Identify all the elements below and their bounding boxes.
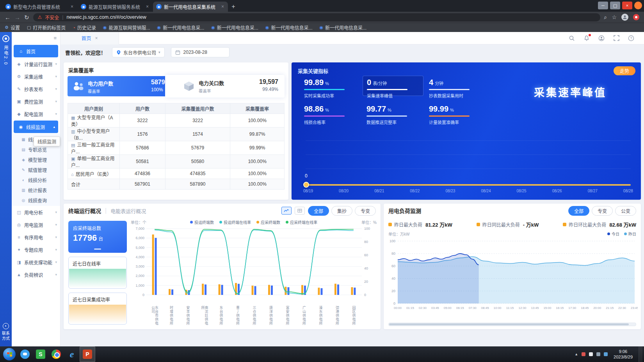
tray-expand-icon[interactable]: ▲ [575, 352, 578, 356]
sidebar-item-12[interactable]: ▲负荷辨识▾ [12, 268, 60, 281]
tray-icon-3[interactable] [596, 352, 600, 356]
sidebar-item-4[interactable]: ▣费控监测▾ [12, 95, 60, 108]
sidebar-item-10[interactable]: ✦专题应用▾ [12, 243, 60, 256]
sidebar-item-3[interactable]: ✎抄表发布▾ [12, 83, 60, 95]
tray-icon-1[interactable] [582, 352, 585, 356]
svg-text:4,000: 4,000 [135, 255, 144, 259]
timeline-track[interactable] [306, 184, 631, 186]
minimize-button[interactable]: ─ [598, 2, 608, 9]
load-filter-2[interactable]: 公变 [615, 206, 636, 216]
online-rate-card[interactable]: 近七日在线率 [68, 257, 127, 289]
start-button[interactable] [3, 348, 16, 360]
submenu-item-6[interactable]: ◎线损查询 [12, 195, 60, 205]
bell-icon[interactable] [583, 35, 590, 42]
org-select[interactable]: 东台市供电公司 ▾ [112, 47, 165, 57]
zoom-icon[interactable]: ⌕ [604, 14, 607, 21]
chart-scrollbar[interactable] [388, 323, 636, 326]
user-type-cell: 合计 [68, 179, 120, 190]
tab-close-icon[interactable]: × [145, 4, 149, 9]
x-axis-label-1: 时堰供电所 [169, 306, 173, 325]
browser-menu-orb-button[interactable] [634, 2, 642, 9]
bookmark-item-5[interactable]: ◉新一代用电信息采... [211, 24, 258, 31]
bookmark-item-2[interactable]: ◔历史记录 [73, 24, 96, 31]
load-filter-1[interactable]: 专变 [592, 206, 613, 216]
profile-avatar[interactable] [621, 14, 628, 21]
taskbar-chrome-icon[interactable] [48, 346, 64, 362]
site-icon: ◉ [103, 25, 107, 30]
tray-icon-4[interactable] [604, 352, 608, 356]
tab-terminal-overview[interactable]: 终端运行概况 [68, 207, 101, 215]
menu-icon: ◆ [16, 112, 21, 117]
bookmark-item-6[interactable]: ◉新一代用电信息采... [265, 24, 313, 31]
sidebar-item-11[interactable]: ◨系统支撑功能▾ [12, 256, 60, 268]
success-rate-card[interactable]: 近七日采集成功率 [68, 293, 127, 325]
forward-icon[interactable]: → [14, 14, 20, 20]
sidebar-item-1[interactable]: ◈计量运行监测▾ [12, 58, 60, 70]
maximize-button[interactable]: ▢ [610, 2, 620, 9]
browser-alert-icon[interactable] [633, 14, 639, 20]
taskbar-clock[interactable]: 9:06 2023/8/29 [611, 349, 635, 360]
url-box[interactable]: ⚠ 不安全 | neweic.js.sgcc.com.cn/#/oc/overv… [33, 13, 600, 21]
bookmark-star-icon[interactable]: ☆ [612, 14, 617, 20]
bookmark-item-1[interactable]: ▢打开新的标签页 [27, 24, 66, 31]
close-button[interactable]: × [622, 2, 632, 9]
submenu-item-3[interactable]: ✎赋值管理 [12, 165, 60, 175]
bookmark-item-7[interactable]: ◉新一代用电信息采... [319, 24, 366, 31]
screen: ◉新型电力负荷管理系统×◉能源互联网营销服务系统×◉新一代用电信息采集系统× +… [0, 0, 644, 362]
fullscreen-icon[interactable] [613, 35, 620, 42]
page-tab-close-icon[interactable]: × [95, 35, 98, 41]
chart-view-toggle[interactable] [281, 207, 292, 215]
sidebar-item-2[interactable]: ⚙采集运维▾ [12, 70, 60, 83]
sidebar-item-0[interactable]: ⌂首页 [14, 45, 58, 57]
trend-button[interactable]: 走势 [614, 66, 635, 75]
tab-close-icon[interactable]: × [70, 4, 74, 9]
user-type-label: 三相一般工商业用户... [71, 142, 114, 154]
terminal-filter-1[interactable]: 集抄 [331, 206, 352, 216]
open-page-tab[interactable]: 首页 × [60, 32, 119, 44]
terminal-filter-0[interactable]: 全部 [308, 206, 329, 216]
new-tab-button[interactable]: + [228, 2, 238, 12]
search-icon[interactable] [568, 35, 575, 42]
help-icon[interactable]: ? [628, 35, 635, 42]
bookmark-item-3[interactable]: ◉能源互联网营销服... [103, 24, 150, 31]
sidebar-item-8[interactable]: ◎用电监测▾ [12, 218, 60, 231]
back-icon[interactable]: ← [5, 14, 11, 20]
show-desktop-button[interactable] [639, 346, 642, 362]
date-picker[interactable]: 2023-08-28 [171, 47, 229, 57]
browser-tab-2[interactable]: ◉新一代用电信息采集系统× [153, 2, 228, 12]
gridline [306, 169, 631, 169]
sidebar-collapse-icon[interactable]: ≡ [53, 35, 57, 41]
load-filter-0[interactable]: 全部 [568, 206, 589, 216]
taskbar-ie-icon[interactable]: e [64, 346, 80, 362]
addressbar-icons: ⌕ ☆ [604, 14, 639, 21]
timeline-slider-handle[interactable] [303, 182, 309, 188]
browser-tab-1[interactable]: ◉能源互联网营销服务系统× [78, 2, 153, 12]
terminal-total-card[interactable]: 应采终端总数 17796台 [68, 221, 127, 253]
tab-meter-overview[interactable]: 电能表运行概况 [110, 207, 146, 215]
browser-tab-0[interactable]: ◉新型电力负荷管理系统× [2, 2, 77, 12]
chart-scrollbar-thumb[interactable] [389, 323, 629, 325]
submenu-item-5[interactable]: ▥统计报表 [12, 185, 60, 195]
tab-close-icon[interactable]: × [221, 4, 225, 9]
terminal-filter-2[interactable]: 专变 [355, 206, 376, 216]
user-icon[interactable] [598, 35, 605, 42]
taskbar-messenger-icon[interactable] [17, 346, 33, 362]
submenu-item-2[interactable]: ◈模型管理 [12, 154, 60, 165]
sidebar-item-7[interactable]: ◫用电分析▾ [12, 206, 60, 218]
tray-icon-2[interactable] [589, 352, 593, 356]
timeline-date: 08/21 [374, 189, 384, 193]
bookmark-item-0[interactable]: ⚙设置 [5, 24, 20, 31]
contact-widget[interactable]: 联系方式 [1, 323, 11, 341]
sidebar-item-9[interactable]: ≡有序用电▾ [12, 231, 60, 243]
power-users-card[interactable]: 电力用户数 覆盖率 587901 100% [68, 76, 179, 96]
submenu-item-4[interactable]: ◐线损分析 [12, 175, 60, 185]
gateway-card[interactable]: 电力关口数 覆盖率 19,597 99.49% [165, 75, 285, 98]
bookmark-item-4[interactable]: ◉新一代用电信息采... [157, 24, 205, 31]
reload-icon[interactable]: ↻ [24, 14, 29, 20]
taskbar-powerpoint-icon[interactable]: P [80, 346, 95, 362]
taskbar-remote-app-icon[interactable]: S [33, 346, 48, 362]
sidebar-item-6[interactable]: ◉线损监测▴ [14, 121, 58, 133]
sidebar-item-5[interactable]: ◆配电监测▾ [12, 108, 60, 120]
table-view-toggle[interactable] [295, 207, 305, 215]
table-cell: 3222 [120, 114, 165, 128]
